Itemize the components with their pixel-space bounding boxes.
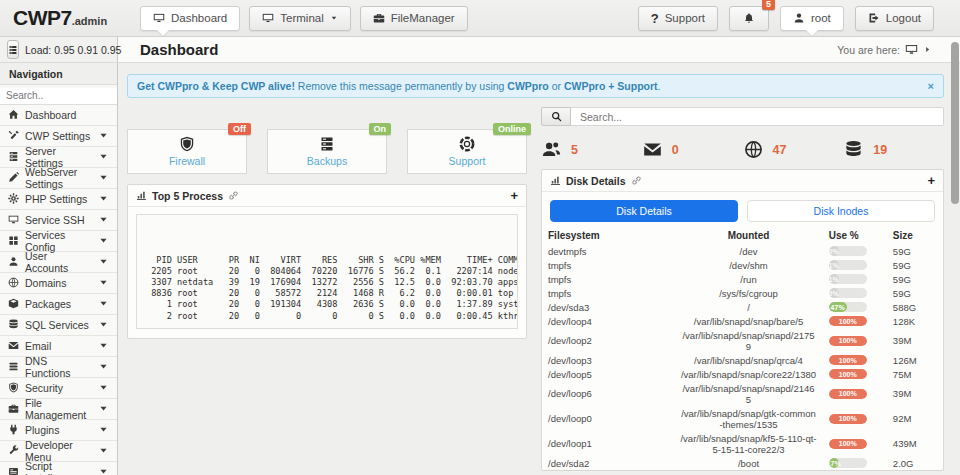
- sidebar-item[interactable]: WebServer Settings: [0, 168, 117, 189]
- sidebar-search-input[interactable]: [0, 88, 117, 105]
- sidebar-item[interactable]: Domains: [0, 273, 117, 294]
- scrollbar[interactable]: [951, 0, 959, 475]
- cwppro-support-link[interactable]: CWPpro + Support: [564, 80, 658, 92]
- sidebar-item-label: Email: [25, 340, 51, 352]
- logout-label: Logout: [886, 12, 921, 24]
- stat-item[interactable]: 0: [642, 140, 743, 159]
- widget-label[interactable]: Support: [449, 155, 486, 167]
- chevron-down-icon: [330, 14, 338, 22]
- usage-fill: 0%: [829, 246, 839, 256]
- top-nav-button[interactable]: FileManager: [360, 6, 468, 31]
- chevron-down-icon: [98, 319, 109, 330]
- search-input[interactable]: [571, 107, 944, 126]
- panel-title: Disk Details: [566, 175, 626, 187]
- chevron-down-icon: [98, 193, 109, 204]
- filesystem-cell: tmpfs: [542, 258, 674, 272]
- expand-button[interactable]: +: [927, 174, 935, 187]
- usage-bar: 100%: [829, 369, 867, 379]
- usage-bar: 100%: [829, 439, 867, 449]
- link-icon[interactable]: [228, 190, 239, 201]
- disk-row: /dev/loop1 /var/lib/snapd/snap/kf5-5-110…: [542, 431, 943, 456]
- usage-cell: 1%: [823, 272, 887, 286]
- sidebar-item[interactable]: PHP Settings: [0, 189, 117, 210]
- filesystem-cell: /dev/loop5: [542, 367, 674, 381]
- chevron-down-icon: [98, 130, 109, 141]
- briefcase-icon: [8, 403, 19, 414]
- filesystem-cell: /dev/loop6: [542, 381, 674, 406]
- home-icon: [8, 109, 19, 120]
- disk-row: /dev/loop0 /var/lib/snapd/snap/gtk-commo…: [542, 406, 943, 431]
- installer-icon: [8, 466, 19, 475]
- panel-title: Top 5 Process: [152, 190, 223, 202]
- status-badge: On: [369, 123, 392, 135]
- server-icon: [8, 151, 19, 162]
- link-icon[interactable]: [631, 175, 642, 186]
- process-row: PID USER PR NI VIRT RES SHR S %CPU %MEM …: [146, 255, 508, 266]
- process-row: 2205 root 20 0 804064 70220 16776 S 56.2…: [146, 266, 508, 277]
- disk-tab[interactable]: Disk Inodes: [747, 200, 935, 222]
- sidebar-header: Navigation: [0, 63, 117, 85]
- disk-tabs: Disk Details Disk Inodes: [542, 192, 943, 226]
- sidebar-item[interactable]: SQL Services: [0, 315, 117, 336]
- scrollbar-thumb[interactable]: [951, 42, 959, 204]
- user-label: root: [811, 12, 831, 24]
- disk-tab[interactable]: Disk Details: [550, 200, 738, 222]
- sidebar-item[interactable]: DNS Functions: [0, 357, 117, 378]
- search-button[interactable]: [541, 107, 571, 126]
- close-icon[interactable]: ×: [928, 80, 934, 92]
- stat-item[interactable]: 47: [743, 140, 844, 159]
- chevron-down-icon: [98, 235, 109, 246]
- disk-row: /dev/loop2 /var/lib/snapd/snap/snapd/217…: [542, 328, 943, 353]
- cwppro-link[interactable]: CWPpro: [507, 80, 548, 92]
- status-widget[interactable]: On Backups: [267, 129, 387, 174]
- sidebar-item[interactable]: Developer Menu: [0, 441, 117, 462]
- sidebar-item[interactable]: File Management: [0, 399, 117, 420]
- logout-button[interactable]: Logout: [855, 6, 934, 31]
- process-table: PID USER PR NI VIRT RES SHR S %CPU %MEM …: [136, 214, 518, 329]
- monitor-icon: [262, 12, 274, 24]
- stat-item[interactable]: 5: [541, 140, 642, 159]
- sidebar-item[interactable]: Security: [0, 378, 117, 399]
- sidebar-item[interactable]: Services Config: [0, 231, 117, 252]
- sidebar-item[interactable]: Service SSH: [0, 210, 117, 231]
- top-nav-button[interactable]: Terminal: [249, 6, 350, 31]
- expand-button[interactable]: +: [510, 189, 518, 202]
- sidebar-item-label: Script Installers: [25, 460, 92, 475]
- sidebar-item[interactable]: CWP Settings: [0, 126, 117, 147]
- usage-fill: 100%: [829, 414, 867, 424]
- app-logo: CWP7.admin: [0, 6, 130, 30]
- usage-fill: 100%: [829, 389, 867, 399]
- stat-item[interactable]: 19: [843, 140, 944, 159]
- load-menu-button[interactable]: [7, 40, 19, 59]
- disk-row: tmpfs /dev/shm 1% 59G: [542, 258, 943, 272]
- alerts-button[interactable]: 5: [729, 6, 769, 31]
- sidebar-item-label: PHP Settings: [25, 193, 87, 205]
- sidebar-item[interactable]: User Accounts: [0, 252, 117, 273]
- status-widget[interactable]: Off Firewall: [127, 129, 247, 174]
- envelope-icon: [8, 340, 19, 351]
- chevron-down-icon: [98, 361, 109, 372]
- chevron-down-icon: [98, 214, 109, 225]
- sidebar-item[interactable]: Script Installers: [0, 462, 117, 475]
- process-row: 1 root 20 0 191304 4308 2636 S 0.0 0.0 1…: [146, 299, 508, 310]
- support-button[interactable]: ? Support: [638, 6, 718, 31]
- main-content: Get CWPpro & Keep CWP alive! Remove this…: [118, 63, 960, 475]
- sidebar-item[interactable]: Dashboard: [0, 105, 117, 126]
- database-icon: [843, 140, 864, 159]
- widget-label[interactable]: Firewall: [169, 155, 205, 167]
- sidebar-item[interactable]: Packages: [0, 294, 117, 315]
- sidebar-item[interactable]: Email: [0, 336, 117, 357]
- size-cell: 2.0G: [887, 456, 943, 470]
- status-widget[interactable]: Online Support: [407, 129, 527, 174]
- sidebar-menu: Dashboard CWP Settings Server Settings: [0, 105, 117, 475]
- process-row: 8836 root 20 0 58572 2124 1468 R 6.2 0.0…: [146, 288, 508, 299]
- widget-label[interactable]: Backups: [307, 155, 347, 167]
- top-nav-button[interactable]: Dashboard: [140, 6, 240, 31]
- sidebar-item[interactable]: Server Settings: [0, 147, 117, 168]
- column-header-use: Use %: [823, 228, 887, 244]
- sidebar-item-label: Security: [25, 382, 63, 394]
- sidebar-item[interactable]: Plugins: [0, 420, 117, 441]
- usage-fill: 100%: [829, 355, 867, 365]
- user-button[interactable]: root: [780, 6, 844, 31]
- monitor-icon[interactable]: [905, 43, 918, 56]
